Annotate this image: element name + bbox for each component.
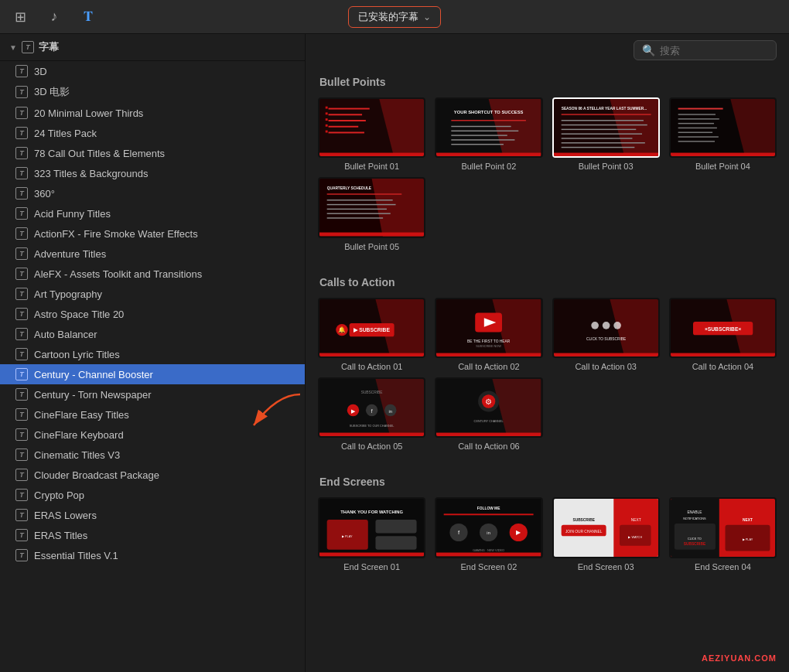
cta-02-thumb[interactable]: BE THE FIRST TO HEAR SUBSCRIBE NOW [435, 298, 542, 358]
cta-06-item[interactable]: ⚙ CENTURY CHANNEL Call to Action 06 [435, 377, 542, 451]
calls-to-action-title: Calls to Action [318, 276, 777, 288]
svg-rect-33 [561, 142, 644, 143]
text-icon: T [15, 86, 28, 98]
sidebar-item-label: Auto Balancer [34, 329, 97, 340]
cta-01-thumb[interactable]: ▶ SUBSCRIBE 🔔 [318, 298, 425, 358]
svg-text:BE THE FIRST TO HEAR: BE THE FIRST TO HEAR [467, 339, 511, 343]
cta-01-item[interactable]: ▶ SUBSCRIBE 🔔 Call to Action 01 [318, 298, 425, 371]
end-screen-03-label: End Screen 03 [552, 562, 660, 571]
sidebar-item-20-minimal[interactable]: T 20 Minimal Lower Thirds [0, 103, 305, 123]
svg-rect-51 [327, 200, 393, 200]
bullet-point-05-label: Bullet Point 05 [318, 242, 425, 251]
sidebar-item-acid-funny[interactable]: T Acid Funny Titles [0, 203, 305, 223]
cta-02-item[interactable]: BE THE FIRST TO HEAR SUBSCRIBE NOW Call … [435, 298, 542, 371]
svg-text:SUBSCRIBE TO OUR CHANNEL: SUBSCRIBE TO OUR CHANNEL [350, 425, 395, 428]
end-screen-03-thumb[interactable]: SUBSCRIBE JOIN OUR CHANNEL NEXT ▶ WATCH [552, 497, 660, 558]
bullet-point-05-thumb[interactable]: QUARTERLY SCHEDULE [318, 177, 425, 237]
sidebar-item-label: Century - Channel Booster [34, 369, 153, 380]
end-screen-02-thumb[interactable]: FOLLOW ME f in ▶ GAMING · NEW VIDEO [435, 497, 542, 558]
svg-rect-3 [329, 108, 370, 110]
sidebar-item-cartoon-lyric[interactable]: T Cartoon Lyric Titles [0, 344, 305, 364]
text-icon: T [15, 308, 28, 320]
bullet-point-02-thumb[interactable]: YOUR SHORTCUT TO SUCCESS [435, 97, 542, 158]
sidebar-item-clouder[interactable]: T Clouder Broadcast Package [0, 465, 305, 485]
cta-03-item[interactable]: CLICK TO SUBSCRIBE Call to Action 03 [552, 298, 660, 371]
cta-04-thumb[interactable]: »SUBSCRIBE« [669, 298, 777, 358]
bullet-point-02-item[interactable]: YOUR SHORTCUT TO SUCCESS Bullet Point 02 [435, 97, 542, 171]
end-screen-04-thumb[interactable]: ENABLE NOTIFICATIONS CLICK TO SUBSCRIBE … [669, 497, 777, 558]
cta-04-item[interactable]: »SUBSCRIBE« Call to Action 04 [669, 298, 777, 371]
toolbar-icon-music[interactable]: ♪ [43, 6, 65, 28]
dropdown-label: 已安装的字幕 [358, 10, 418, 24]
end-screen-03-item[interactable]: SUBSCRIBE JOIN OUR CHANNEL NEXT ▶ WATCH … [552, 497, 660, 571]
text-icon: T [15, 65, 28, 77]
text-icon: T [15, 227, 28, 240]
sidebar-item-eras-titles[interactable]: T ERAS Titles [0, 525, 305, 545]
end-screen-04-label: End Screen 04 [669, 562, 777, 571]
svg-rect-52 [327, 204, 396, 205]
sidebar-item-cineflare-easy[interactable]: T CineFlare Easy Titles [0, 404, 305, 425]
toolbar-icon-text[interactable]: 𝐓 [77, 6, 99, 28]
search-box[interactable]: 🔍 [634, 40, 777, 60]
svg-rect-45 [678, 141, 714, 142]
bullet-point-05-item[interactable]: QUARTERLY SCHEDULE Bullet Point 05 [318, 177, 425, 251]
sidebar-item-label: CineFlare Keyboard [34, 429, 124, 441]
cta-05-item[interactable]: SUBSCRIBE ▶ f in SUBSCRIBE TO OUR CHANNE… [318, 377, 425, 451]
sidebar-item-auto-balancer[interactable]: T Auto Balancer [0, 324, 305, 344]
text-icon: T [15, 408, 28, 421]
cta-06-thumb[interactable]: ⚙ CENTURY CHANNEL [435, 377, 542, 438]
sidebar-item-3d-movie[interactable]: T 3D 电影 [0, 81, 305, 103]
cta-05-label: Call to Action 05 [318, 442, 425, 451]
svg-point-75 [613, 322, 621, 329]
svg-text:f: f [371, 408, 373, 414]
toolbar-icon-grid[interactable]: ⊞ [9, 6, 31, 28]
text-icon: T [15, 449, 28, 461]
svg-rect-6 [329, 126, 359, 128]
content-area: 🔍 Bullet Points [306, 34, 789, 672]
sidebar-item-78-callout[interactable]: T 78 Call Out Titles & Elements [0, 143, 305, 163]
svg-rect-5 [329, 120, 366, 121]
sidebar-item-essential-titles[interactable]: T Essential Titles V.1 [0, 545, 305, 565]
bullet-point-01-thumb[interactable] [318, 97, 425, 158]
sidebar-item-323-titles[interactable]: T 323 Titles & Backgrounds [0, 163, 305, 183]
sidebar-item-360[interactable]: T 360° [0, 183, 305, 203]
collapse-arrow-icon[interactable]: ▼ [9, 43, 17, 52]
bullet-point-03-item[interactable]: SEASON 06 A STELLAR YEAR LAST SUMMER... … [552, 97, 660, 171]
bullet-point-04-thumb[interactable] [669, 97, 777, 158]
svg-text:QUARTERLY SCHEDULE: QUARTERLY SCHEDULE [327, 186, 372, 190]
svg-rect-84 [319, 433, 424, 437]
cta-03-thumb[interactable]: CLICK TO SUBSCRIBE [552, 298, 660, 358]
sidebar-header: ▼ T 字幕 [0, 34, 305, 61]
chevron-down-icon: ⌄ [423, 12, 431, 22]
bullet-point-04-item[interactable]: Bullet Point 04 [669, 97, 777, 171]
sidebar-item-actionfx[interactable]: T ActionFX - Fire Smoke Water Effects [0, 223, 305, 244]
end-screen-01-thumb[interactable]: THANK YOU FOR WATCHING ▶ PLAY [318, 497, 425, 558]
sidebar-item-art-typography[interactable]: T Art Typography [0, 284, 305, 304]
sidebar-item-century-torn[interactable]: T Century - Torn Newspaper [0, 384, 305, 404]
sidebar-item-crypto-pop[interactable]: T Crypto Pop [0, 485, 305, 505]
sidebar-item-century-channel-booster[interactable]: T Century - Channel Booster [0, 364, 305, 384]
sidebar-item-24-titles[interactable]: T 24 Titles Pack [0, 123, 305, 143]
sidebar-item-3d[interactable]: T 3D [0, 61, 305, 81]
bullet-point-01-item[interactable]: Bullet Point 01 [318, 97, 425, 171]
search-input[interactable] [660, 45, 768, 56]
sidebar-item-label: 24 Titles Pack [34, 128, 97, 139]
bullet-point-03-thumb[interactable]: SEASON 06 A STELLAR YEAR LAST SUMMER... [552, 97, 660, 158]
sidebar-item-adventure[interactable]: T Adventure Titles [0, 244, 305, 264]
svg-rect-48 [319, 233, 424, 237]
cta-05-thumb[interactable]: SUBSCRIBE ▶ f in SUBSCRIBE TO OUR CHANNE… [318, 377, 425, 438]
svg-text:GAMING · NEW VIDEO: GAMING · NEW VIDEO [473, 549, 504, 552]
sidebar-item-label: ERAS Titles [34, 530, 87, 541]
sidebar-item-eras-lowers[interactable]: T ERAS Lowers [0, 505, 305, 525]
svg-rect-79 [671, 353, 775, 356]
svg-text:▶ PLAY: ▶ PLAY [742, 538, 753, 541]
sidebar-item-alefx[interactable]: T AleFX - Assets Toolkit and Transitions [0, 264, 305, 284]
end-screen-02-item[interactable]: FOLLOW ME f in ▶ GAMING · NEW VIDEO End … [435, 497, 542, 571]
installed-subtitles-dropdown[interactable]: 已安装的字幕 ⌄ [348, 6, 441, 28]
sidebar-item-cinematic-titles[interactable]: T Cinematic Titles V3 [0, 445, 305, 465]
end-screen-01-item[interactable]: THANK YOU FOR WATCHING ▶ PLAY End Screen… [318, 497, 425, 571]
sidebar-item-astro-space[interactable]: T Astro Space Title 20 [0, 304, 305, 324]
sidebar-item-cineflare-keyboard[interactable]: T CineFlare Keyboard [0, 425, 305, 445]
bullet-points-section: Bullet Points [306, 67, 789, 267]
end-screen-04-item[interactable]: ENABLE NOTIFICATIONS CLICK TO SUBSCRIBE … [669, 497, 777, 571]
